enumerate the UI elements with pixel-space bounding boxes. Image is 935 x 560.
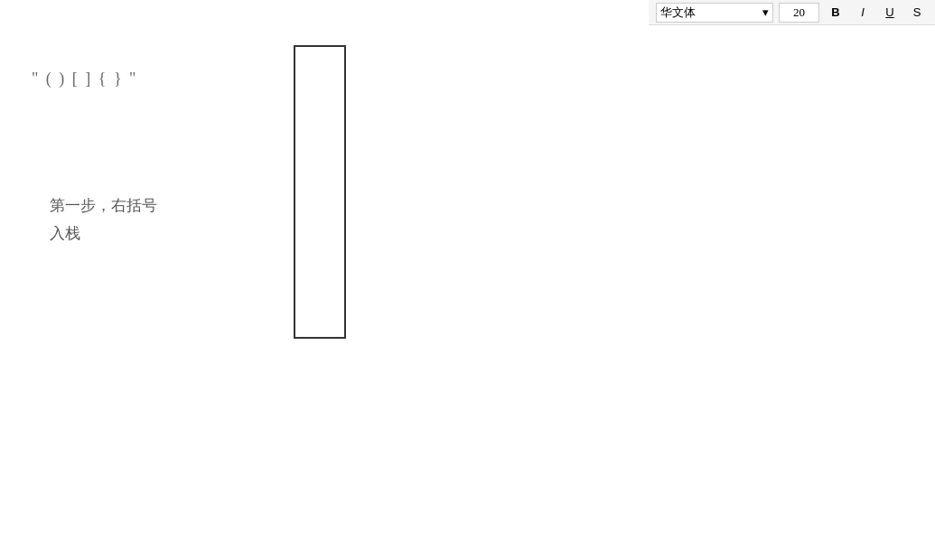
font-size-label: 20 <box>793 5 805 20</box>
italic-button[interactable]: I <box>852 3 874 23</box>
content-area: " ( ) [ ] { } " 第一步，右括号 入栈 <box>0 25 935 560</box>
size-selector[interactable]: 20 <box>779 3 819 23</box>
underline-button[interactable]: U <box>879 3 901 23</box>
text-block2-line2: 入栈 <box>50 220 157 248</box>
underline-icon: U <box>885 5 893 19</box>
text-block2-line1: 第一步，右括号 <box>50 192 157 220</box>
strikethrough-button[interactable]: S <box>906 3 928 23</box>
font-name-label: 华文体 <box>660 5 696 21</box>
text-block2: 第一步，右括号 入栈 <box>50 192 157 247</box>
text-cursor-box <box>294 45 346 339</box>
font-dropdown-arrow: ▾ <box>762 5 769 20</box>
font-selector[interactable]: 华文体 ▾ <box>656 3 773 23</box>
text-line1: " ( ) [ ] { } " <box>32 70 137 88</box>
bold-button[interactable]: B <box>825 3 846 23</box>
bold-icon: B <box>831 5 839 19</box>
strikethrough-icon: S <box>913 5 921 19</box>
text-line1-container: " ( ) [ ] { } " <box>32 66 137 92</box>
toolbar: 华文体 ▾ 20 B I U S <box>649 0 935 25</box>
italic-icon: I <box>861 5 865 19</box>
